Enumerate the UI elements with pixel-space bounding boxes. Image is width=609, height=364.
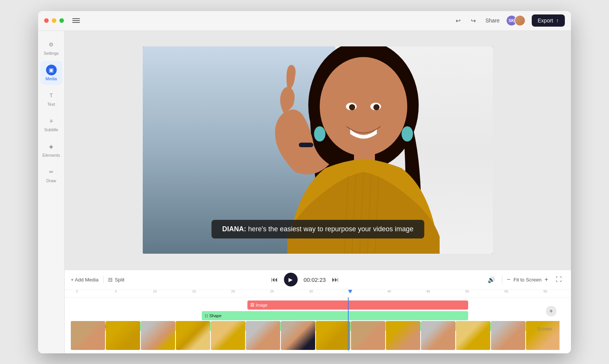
ruler-mark-25: 25 bbox=[270, 290, 274, 294]
svg-point-9 bbox=[373, 104, 379, 110]
sidebar-item-draw[interactable]: ✏ Draw bbox=[40, 163, 62, 187]
ruler-mark-40: 40 bbox=[387, 290, 391, 294]
playback-center: ⏮ ▶ 00:02:23 ⏭ bbox=[129, 273, 481, 286]
title-bar: ↩ ↪ Share SK Export ↑ bbox=[38, 11, 571, 31]
ruler-mark-20: 20 bbox=[231, 290, 235, 294]
video-preview: DIANA: here's the easiest way to repurpo… bbox=[65, 31, 571, 270]
split-label: Split bbox=[115, 277, 124, 283]
divider bbox=[103, 276, 104, 283]
undo-button[interactable]: ↩ bbox=[452, 14, 464, 27]
ruler-mark-50: 50 bbox=[466, 290, 469, 294]
thumbnail-11 bbox=[421, 321, 455, 350]
maximize-button[interactable] bbox=[59, 18, 64, 23]
skip-forward-button[interactable]: ⏭ bbox=[332, 276, 339, 284]
playhead-line bbox=[348, 297, 349, 351]
subtitle-overlay: DIANA: here's the easiest way to repurpo… bbox=[212, 220, 424, 238]
image-track-icon: 🖼 bbox=[250, 303, 254, 307]
user-avatars: SK bbox=[506, 15, 526, 26]
ruler-mark-15: 15 bbox=[192, 290, 196, 294]
sidebar-item-media[interactable]: ▣ Media bbox=[40, 61, 62, 85]
ruler-mark-45: 45 bbox=[426, 290, 430, 294]
zoom-out-button[interactable]: − bbox=[507, 276, 510, 283]
draw-label: Draw bbox=[46, 179, 56, 183]
divider2 bbox=[502, 276, 502, 283]
thumbnail-13 bbox=[491, 321, 525, 350]
export-label: Export bbox=[538, 17, 553, 24]
settings-label: Settings bbox=[44, 51, 59, 56]
elements-icon: ◈ bbox=[46, 141, 57, 152]
subtitle-icon: ≡ bbox=[46, 116, 57, 126]
content-area: DIANA: here's the easiest way to repurpo… bbox=[65, 31, 571, 353]
timeline-ruler: 0 5 10 15 20 25 30 35 40 45 50 55 bbox=[65, 290, 571, 297]
close-button[interactable] bbox=[44, 18, 49, 23]
text-icon: T bbox=[46, 90, 57, 101]
sidebar-item-subtitle[interactable]: ≡ Subtitle bbox=[40, 112, 62, 136]
svg-rect-5 bbox=[299, 143, 313, 147]
ruler-mark-55: 55 bbox=[504, 290, 508, 294]
add-media-label: + Add Media bbox=[71, 277, 99, 283]
playback-right: 🔊 − Fit to Screen + ⛶ bbox=[485, 273, 565, 286]
settings-icon: ⚙ bbox=[46, 39, 57, 50]
add-track-button[interactable]: + bbox=[546, 306, 556, 316]
undo-redo-group: ↩ ↪ bbox=[452, 14, 479, 27]
fit-screen-controls: − Fit to Screen + bbox=[507, 276, 548, 283]
playhead-ruler-marker bbox=[348, 290, 352, 294]
minimize-button[interactable] bbox=[52, 18, 56, 23]
volume-button[interactable]: 🔊 bbox=[485, 273, 497, 286]
thumbnail-9 bbox=[351, 321, 385, 350]
split-button[interactable]: ⊟ Split bbox=[108, 277, 124, 283]
timeline-content: 🖼 Image ◻ Shape ◯ Sticker bbox=[65, 297, 560, 351]
app-window: ↩ ↪ Share SK Export ↑ ⚙ Settings bbox=[38, 11, 571, 353]
title-bar-right: ↩ ↪ Share SK Export ↑ bbox=[452, 14, 565, 27]
play-button[interactable]: ▶ bbox=[284, 273, 298, 286]
avatar-photo bbox=[514, 15, 526, 26]
thumbnail-1 bbox=[71, 321, 105, 350]
shape-track-icon: ◻ bbox=[205, 313, 208, 318]
thumbnail-4 bbox=[176, 321, 210, 350]
ruler-mark-30: 30 bbox=[309, 290, 313, 294]
redo-button[interactable]: ↪ bbox=[467, 14, 479, 27]
share-label: Share bbox=[485, 17, 499, 24]
svg-point-8 bbox=[349, 104, 355, 110]
svg-point-3 bbox=[314, 126, 325, 141]
text-label: Text bbox=[47, 102, 55, 106]
thumbnail-5 bbox=[211, 321, 245, 350]
track-image[interactable]: 🖼 Image bbox=[247, 300, 468, 310]
time-display: 00:02:23 bbox=[304, 277, 326, 283]
thumbnail-14 bbox=[526, 321, 560, 350]
zoom-in-button[interactable]: + bbox=[545, 276, 548, 283]
sidebar-item-settings[interactable]: ⚙ Settings bbox=[40, 35, 62, 59]
add-media-button[interactable]: + Add Media bbox=[71, 277, 99, 283]
traffic-lights bbox=[44, 18, 64, 23]
main-layout: ⚙ Settings ▣ Media T Text ≡ Subtitle ◈ E… bbox=[38, 31, 571, 353]
ruler-mark-0: 0 bbox=[76, 290, 78, 294]
subtitle-text: DIANA: here's the easiest way to repurpo… bbox=[222, 225, 414, 233]
export-button[interactable]: Export ↑ bbox=[532, 14, 565, 27]
svg-point-1 bbox=[320, 57, 407, 156]
subtitle-label: Subtitle bbox=[44, 128, 58, 132]
fit-screen-label[interactable]: Fit to Screen bbox=[513, 277, 542, 283]
sidebar-item-elements[interactable]: ◈ Elements bbox=[40, 137, 62, 161]
ruler-mark-10: 10 bbox=[153, 290, 157, 294]
playback-bar: + Add Media ⊟ Split ⏮ ▶ 00:02:23 ⏭ 🔊 bbox=[65, 270, 571, 290]
ruler-mark-60: 60 bbox=[544, 290, 547, 294]
media-icon: ▣ bbox=[46, 65, 57, 75]
draw-icon: ✏ bbox=[46, 167, 57, 177]
video-canvas: DIANA: here's the easiest way to repurpo… bbox=[143, 46, 493, 254]
thumbnail-track bbox=[65, 320, 560, 351]
elements-label: Elements bbox=[43, 153, 60, 157]
shape-track-label: Shape bbox=[209, 313, 222, 318]
timeline-tracks[interactable]: 🖼 Image ◻ Shape ◯ Sticker bbox=[65, 297, 571, 351]
share-button[interactable]: Share bbox=[485, 17, 499, 24]
track-shape[interactable]: ◻ Shape bbox=[202, 311, 468, 320]
bottom-controls: + Add Media ⊟ Split ⏮ ▶ 00:02:23 ⏭ 🔊 bbox=[65, 270, 571, 353]
thumbnail-2 bbox=[106, 321, 140, 350]
thumbnail-7 bbox=[281, 321, 315, 350]
expand-button[interactable]: ⛶ bbox=[553, 273, 565, 286]
timeline-area: 0 5 10 15 20 25 30 35 40 45 50 55 bbox=[65, 290, 571, 353]
menu-button[interactable] bbox=[70, 14, 82, 27]
svg-point-4 bbox=[402, 126, 413, 141]
skip-back-button[interactable]: ⏮ bbox=[271, 276, 278, 284]
sidebar: ⚙ Settings ▣ Media T Text ≡ Subtitle ◈ E… bbox=[38, 31, 65, 353]
sidebar-item-text[interactable]: T Text bbox=[40, 86, 62, 110]
